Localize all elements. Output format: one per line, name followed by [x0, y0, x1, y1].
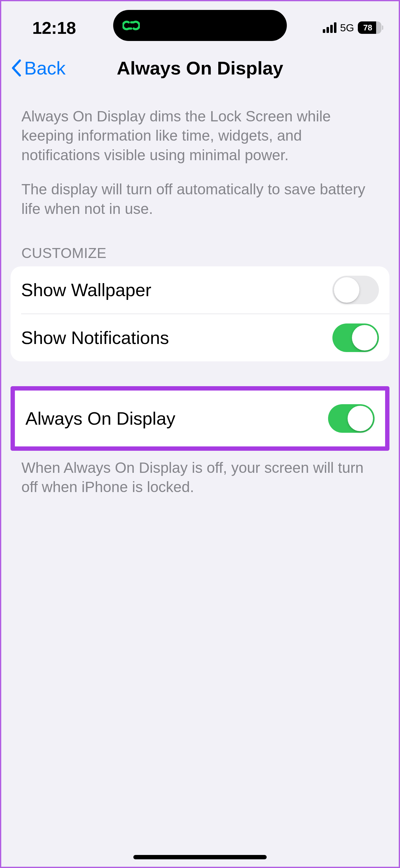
page-title: Always On Display [117, 57, 284, 79]
toggle-knob [347, 406, 373, 431]
footer-text: When Always On Display is off, your scre… [1, 451, 399, 497]
row-label: Show Notifications [21, 327, 169, 348]
row-show-notifications[interactable]: Show Notifications [21, 314, 390, 361]
toggle-always-on-display[interactable] [328, 404, 374, 433]
toggle-knob [352, 325, 377, 350]
description-block: Always On Display dims the Lock Screen w… [1, 91, 399, 219]
description-paragraph-1: Always On Display dims the Lock Screen w… [22, 107, 378, 165]
status-time: 12:18 [17, 18, 79, 38]
toggle-knob [334, 277, 359, 303]
network-type: 5G [340, 22, 354, 34]
dynamic-island[interactable] [113, 10, 287, 41]
section-header-customize: CUSTOMIZE [1, 234, 399, 266]
row-label: Show Wallpaper [21, 279, 151, 300]
row-always-on-display[interactable]: Always On Display [15, 391, 385, 446]
status-right: 5G 78 [323, 22, 383, 34]
battery-percent: 78 [363, 23, 372, 33]
status-bar: 12:18 5G 78 [1, 1, 399, 45]
chevron-left-icon [10, 59, 23, 77]
home-indicator[interactable] [133, 855, 267, 859]
description-paragraph-2: The display will turn off automatically … [22, 180, 378, 219]
back-label: Back [24, 57, 65, 79]
nav-bar: Back Always On Display [1, 45, 399, 91]
row-show-wallpaper[interactable]: Show Wallpaper [10, 266, 390, 314]
back-button[interactable]: Back [10, 57, 65, 79]
link-chain-icon [123, 17, 140, 34]
toggle-show-notifications[interactable] [332, 323, 379, 352]
cellular-signal-icon [323, 22, 336, 33]
toggle-show-wallpaper[interactable] [332, 276, 379, 304]
customize-group: Show Wallpaper Show Notifications [10, 266, 390, 361]
always-on-group: Always On Display [10, 386, 390, 451]
row-label: Always On Display [26, 408, 175, 429]
battery-icon: 78 [358, 22, 383, 34]
